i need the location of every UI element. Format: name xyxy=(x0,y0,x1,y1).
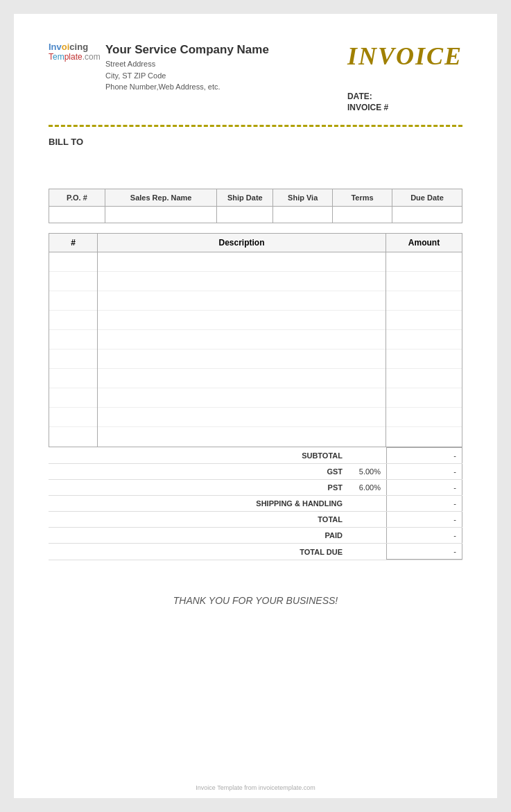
invoice-num-label: INVOICE # xyxy=(347,103,462,112)
pst-value: - xyxy=(386,480,462,495)
paid-rate xyxy=(348,532,386,539)
invoice-header: Invoicing Template.com Your Service Comp… xyxy=(49,42,462,114)
phone-web: Phone Number,Web Address, etc. xyxy=(105,81,269,93)
terms-value xyxy=(333,207,392,223)
logo-invoicing-text: Invoicing xyxy=(49,42,97,52)
terms-header: Terms xyxy=(333,189,392,207)
logo-template-text: Template.com xyxy=(49,52,97,62)
total-due-row: TOTAL DUE - xyxy=(49,544,462,560)
po-header: P.O. # xyxy=(49,189,105,207)
invoice-title: INVOICE xyxy=(347,42,462,71)
city-state-zip: City, ST ZIP Code xyxy=(105,70,269,82)
total-row: TOTAL - xyxy=(49,512,462,528)
dashed-separator xyxy=(49,125,462,127)
paid-value: - xyxy=(386,528,462,543)
items-table: # Description Amount xyxy=(49,233,462,447)
order-table: P.O. # Sales Rep. Name Ship Date Ship Vi… xyxy=(49,189,462,223)
invoice-meta: DATE: INVOICE # xyxy=(347,92,462,112)
header-right: INVOICE DATE: INVOICE # xyxy=(347,42,462,114)
total-due-value: - xyxy=(386,544,462,560)
total-due-label: TOTAL DUE xyxy=(209,544,348,560)
total-due-rate xyxy=(348,548,386,555)
ship-via-header: Ship Via xyxy=(273,189,333,207)
num-header: # xyxy=(49,234,98,252)
gst-row: GST 5.00% - xyxy=(49,464,462,480)
pst-label: PST xyxy=(209,480,348,495)
pst-rate: 6.00% xyxy=(348,480,386,495)
desc-header: Description xyxy=(98,234,386,252)
total-label: TOTAL xyxy=(209,512,348,527)
item-amounts xyxy=(386,252,462,447)
due-date-header: Due Date xyxy=(392,189,462,207)
sales-rep-value xyxy=(105,207,217,223)
paid-label: PAID xyxy=(209,528,348,543)
subtotal-row: SUBTOTAL - xyxy=(49,447,462,464)
shipping-rate xyxy=(348,500,386,507)
ship-date-header: Ship Date xyxy=(217,189,273,207)
header-left: Invoicing Template.com Your Service Comp… xyxy=(49,42,269,93)
invoice-page: Invoicing Template.com Your Service Comp… xyxy=(14,14,497,798)
thank-you-message: THANK YOU FOR YOUR BUSINESS! xyxy=(49,595,462,606)
amount-header: Amount xyxy=(386,234,462,252)
gst-value: - xyxy=(386,464,462,479)
total-rate xyxy=(348,516,386,523)
paid-row: PAID - xyxy=(49,528,462,544)
subtotal-value: - xyxy=(386,447,462,463)
company-address: Street Address City, ST ZIP Code Phone N… xyxy=(105,58,269,93)
items-body-row xyxy=(49,252,462,447)
subtotal-rate xyxy=(348,452,386,459)
gst-rate: 5.00% xyxy=(348,464,386,479)
bill-to-label: BILL TO xyxy=(49,137,462,147)
item-descriptions xyxy=(98,252,386,447)
shipping-label: SHIPPING & HANDLING xyxy=(209,496,348,511)
company-info: Your Service Company Name Street Address… xyxy=(105,43,269,93)
sales-rep-header: Sales Rep. Name xyxy=(105,189,217,207)
ship-date-value xyxy=(217,207,273,223)
company-logo: Invoicing Template.com xyxy=(49,42,97,80)
gst-label: GST xyxy=(209,464,348,479)
shipping-row: SHIPPING & HANDLING - xyxy=(49,496,462,512)
order-row xyxy=(49,207,462,223)
street-address: Street Address xyxy=(105,58,269,70)
po-value xyxy=(49,207,105,223)
subtotal-label: SUBTOTAL xyxy=(209,448,348,463)
total-value: - xyxy=(386,512,462,527)
pst-row: PST 6.00% - xyxy=(49,480,462,496)
due-date-value xyxy=(392,207,462,223)
date-label: DATE: xyxy=(347,92,462,101)
ship-via-value xyxy=(273,207,333,223)
footer-watermark: Invoice Template from invoicetemplate.co… xyxy=(14,784,497,791)
company-name: Your Service Company Name xyxy=(105,43,269,57)
totals-section: SUBTOTAL - GST 5.00% - PST 6.00% - SHIPP… xyxy=(49,447,462,560)
item-numbers xyxy=(49,252,98,447)
shipping-value: - xyxy=(386,496,462,511)
